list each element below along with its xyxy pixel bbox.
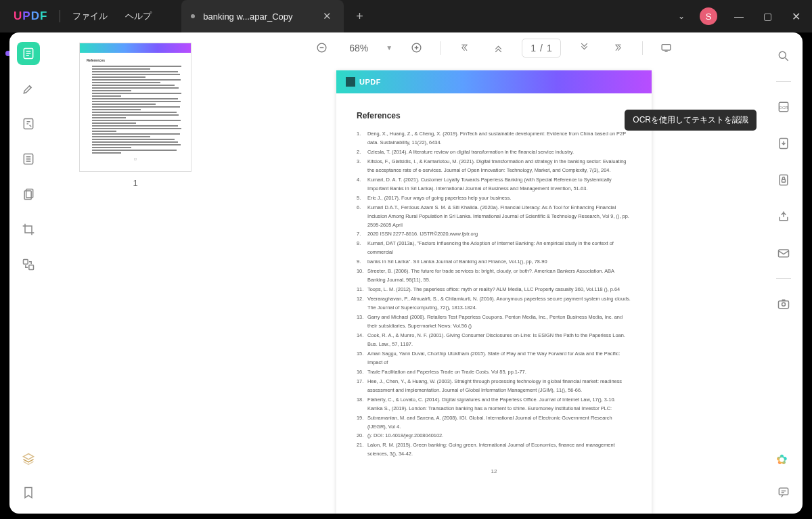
svg-rect-16 [779,250,789,257]
view-toolbar: 68% ▼ 1 / 1 [223,32,765,64]
thumbnail-number: 1 [74,178,196,188]
right-rail: OCR [765,32,803,514]
protect-icon[interactable] [772,168,795,191]
close-button[interactable]: ✕ [789,10,803,23]
zoom-dropdown[interactable]: ▼ [386,44,392,51]
reference-item: Cziesla, T. (2014). A literature review … [357,148,631,157]
svg-rect-17 [779,301,789,309]
workspace: References 12 1 68% [9,32,803,514]
reference-item: Kitsios, F., Giatsidis, I., & Kamariotou… [357,158,631,175]
bookmark-icon[interactable] [17,481,40,504]
document-viewport[interactable]: UPDF References Deng, X., Huang, Z., & C… [223,64,765,514]
brand-text: UPDF [359,78,381,86]
presentation-button[interactable] [656,38,677,58]
main-area: 68% ▼ 1 / 1 UPDF Referen [223,32,765,514]
app-logo: UPDF [14,9,47,23]
search-icon[interactable] [772,45,795,68]
separator [776,81,791,82]
page-number: 12 [357,468,631,474]
prev-page-button[interactable] [488,38,508,58]
add-tab-button[interactable]: + [356,9,363,24]
reference-item: Lalon, R. M. (2015). Green banking: Goin… [357,441,631,459]
separator [642,41,643,55]
menu-file[interactable]: ファイル [72,10,108,22]
comment-icon[interactable] [772,481,795,504]
svg-rect-15 [782,179,786,182]
titlebar-right: ⌄ S ― ▢ ✕ [678,7,812,25]
ocr-icon[interactable]: OCR [772,95,795,118]
convert-tool[interactable] [17,253,40,276]
export-icon[interactable] [772,132,795,155]
page-separator: / [540,43,543,53]
svg-point-18 [782,302,786,306]
reference-item: Deng, X., Huang, Z., & Cheng, X. (2019).… [357,130,631,148]
maximize-button[interactable]: ▢ [761,11,774,22]
reference-item: Subramanian, M. and Saxena, A. (2008). I… [357,414,631,432]
svg-rect-6 [29,265,34,270]
separator [440,41,441,55]
reference-item: Flaherty, C., & Lovato, C. (2014). Digit… [357,396,631,413]
svg-point-10 [779,51,786,58]
reference-item: Veeraraghavan, P., Almuairfi, S., & Chil… [357,295,631,313]
ocr-tooltip: OCRを使用してテキストを認識 [625,110,757,131]
ai-icon[interactable] [772,447,795,470]
page-tool[interactable] [17,183,40,206]
crop-tool[interactable] [17,218,40,241]
left-rail [9,32,47,514]
last-page-button[interactable] [608,38,629,58]
current-page: 1 [531,43,536,53]
page-indicator[interactable]: 1 / 1 [522,39,560,58]
page-header: UPDF [336,70,652,93]
close-icon[interactable]: ✕ [320,10,334,22]
thumbnail-panel: References 12 1 [47,32,223,514]
reference-item: Hee, J., Chen, Y., & Huang, W. (2003). S… [357,378,631,395]
references-list: Deng, X., Huang, Z., & Cheng, X. (2019).… [357,130,631,459]
svg-rect-5 [24,260,28,265]
reference-item: banks in Sri Lanka". Sri Lanka Journal o… [357,258,631,267]
separator [60,10,60,22]
svg-text:OCR: OCR [780,106,788,110]
reference-item: Streeter, B. (2006). The future for trad… [357,267,631,285]
total-pages: 1 [547,43,552,53]
separator [776,278,791,279]
svg-rect-9 [662,45,671,51]
share-icon[interactable] [772,205,795,228]
mail-icon[interactable] [772,242,795,265]
chevron-down-icon[interactable]: ⌄ [678,12,685,21]
reference-item: Kumari, DAT (2013a), "Factors Influencin… [357,240,631,257]
tab-title: banking w...apar_Copy [203,12,320,22]
menu-help[interactable]: ヘルプ [125,10,152,22]
next-page-button[interactable] [574,38,595,58]
reference-item: Cook, R. A., & Munro, N. F. (2001). Givi… [357,332,631,349]
first-page-button[interactable] [454,38,474,58]
reference-item: Kumari, D. A. T. (2021). Customer Loyalt… [357,176,631,194]
reference-item: (): DOI: 10.4018/jegr.2008040102. [357,432,631,441]
zoom-value: 68% [345,43,372,53]
reference-item: Trade Facilitation and Paperless Trade o… [357,368,631,377]
svg-rect-14 [780,175,788,185]
page-body: References Deng, X., Huang, Z., & Cheng,… [336,93,652,485]
tab-indicator [191,14,195,18]
zoom-out-button[interactable] [311,38,332,58]
svg-rect-19 [779,488,788,495]
reference-item: 2020 ISSN 2277-8616. IJSTR©2020,www.ijst… [357,230,631,239]
reader-tool[interactable] [17,42,40,65]
page-thumbnail[interactable]: References 12 [80,43,191,171]
zoom-in-button[interactable] [406,38,426,58]
reference-item: Eric J., (2017). Four ways of going pape… [357,194,631,203]
avatar[interactable]: S [700,7,717,25]
reference-item: Aman Saggu, Yann Duval, Chorthip Utoktha… [357,350,631,367]
camera-icon[interactable] [772,292,795,315]
edit-tool[interactable] [17,112,40,135]
document-tab[interactable]: banking w...apar_Copy ✕ [181,0,344,32]
highlight-tool[interactable] [17,77,40,100]
reference-item: Kumari D.A.T., Ferdous Azam S. M. & Siti… [357,204,631,230]
layers-icon[interactable] [17,447,40,470]
form-tool[interactable] [17,148,40,171]
references-title: References [357,111,631,120]
reference-item: Garry and Michael (2008). Retailers Test… [357,313,631,331]
titlebar: UPDF ファイル ヘルプ banking w...apar_Copy ✕ + … [0,0,812,32]
minimize-button[interactable]: ― [732,11,746,22]
reference-item: Toops, L. M. (2012). The paperless offic… [357,286,631,294]
page: UPDF References Deng, X., Huang, Z., & C… [336,70,652,514]
